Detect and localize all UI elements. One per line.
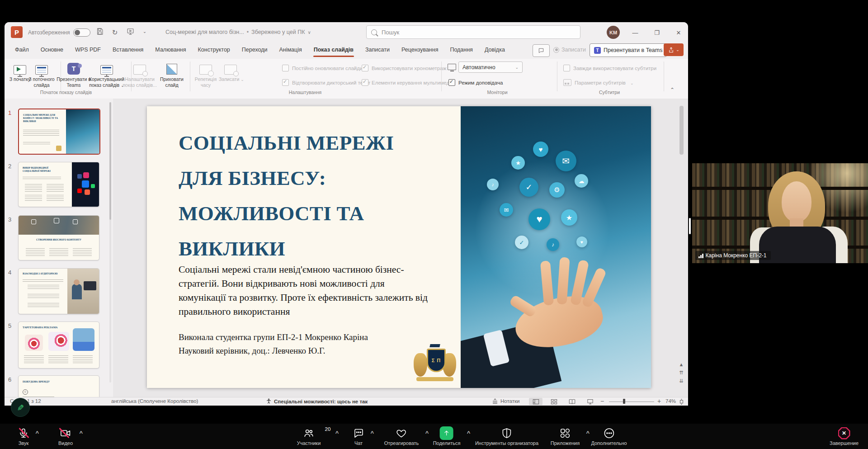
tab-slideshow[interactable]: Показ слайдів xyxy=(308,42,359,58)
comments-button[interactable] xyxy=(533,44,550,57)
notes-button[interactable]: Нотатки xyxy=(492,398,519,404)
social-bubble: ⚙ xyxy=(549,182,565,198)
chevron-up-icon[interactable]: ^ xyxy=(586,430,590,436)
thumbnail-slide-1[interactable]: СОЦІАЛЬНІ МЕРЕЖІ ДЛЯ БІЗНЕСУ: МОЖЛИВОСТІ… xyxy=(18,109,100,155)
video-control[interactable]: ^ Видео xyxy=(58,427,73,446)
checkbox-presenter-view[interactable]: Режим доповідача xyxy=(448,79,503,86)
thumbnail-slide-6[interactable]: ПОБУДОВА БРЕНДУ © xyxy=(18,375,99,397)
slide-canvas[interactable]: СОЦІАЛЬНІ МЕРЕЖІ ДЛЯ БІЗНЕСУ: МОЖЛИВОСТІ… xyxy=(147,106,651,388)
checkbox-keep-slides-updated[interactable]: Постійно оновлювати слайди xyxy=(282,65,363,71)
tab-view[interactable]: Подання xyxy=(444,42,478,58)
redo-icon[interactable]: ↻ xyxy=(109,28,120,37)
panel-drag-handle[interactable] xyxy=(689,218,691,234)
tab-animations[interactable]: Анімація xyxy=(273,42,307,58)
social-bubble: ✉ xyxy=(500,203,513,217)
zoom-out-button[interactable]: − xyxy=(600,397,604,405)
zoom-slider-thumb[interactable] xyxy=(623,399,625,404)
tab-record[interactable]: Записати xyxy=(359,42,396,58)
tab-home[interactable]: Основне xyxy=(35,42,69,58)
chat-control[interactable]: ^ Чат xyxy=(353,427,364,446)
thumbnail-slide-5[interactable]: ТАРГЕТОВАНА РЕКЛАМА xyxy=(18,321,99,369)
fit-to-window-button[interactable] xyxy=(676,398,686,405)
zoom-level[interactable]: 74% xyxy=(665,398,676,404)
chevron-up-icon[interactable]: ^ xyxy=(370,430,374,436)
end-meeting-control[interactable]: ✕ Завершение xyxy=(830,427,859,446)
hide-slide-button[interactable]: Приховати слайд xyxy=(157,61,187,88)
rehearse-timings-button[interactable]: Репетиція часу xyxy=(193,61,219,88)
zoom-slider-track[interactable] xyxy=(609,402,654,402)
tab-insert[interactable]: Вставлення xyxy=(107,42,149,58)
share-caret-icon: ⌄ xyxy=(676,47,679,52)
slide-sorter-view-button[interactable] xyxy=(547,398,561,405)
slide-body-text: Соціальні мережі стали невід'ємною части… xyxy=(179,263,432,319)
group-label-monitors: Монітори xyxy=(448,90,547,95)
thumbnail-slide-2[interactable]: ВИБІР ВІДПОВІДНОЇ СОЦІАЛЬНОЇ МЕРЕЖІ xyxy=(18,162,99,207)
document-title[interactable]: Соц-мережі для малого бізн...Збережено у… xyxy=(165,29,311,35)
tab-draw[interactable]: Малювання xyxy=(149,42,192,58)
thumbnail-slide-4[interactable]: ВЗАЄМОДІЯ З АУДИТОРІЄЮ xyxy=(18,268,99,314)
checkbox-always-use-subtitles[interactable]: Завжди використовувати субтитри xyxy=(563,65,656,71)
reading-view-button[interactable] xyxy=(565,398,579,405)
zoom-in-button[interactable]: + xyxy=(657,397,661,405)
setup-slideshow-button[interactable]: Налаштувати показ слайдів... xyxy=(120,61,159,88)
slide-title: СОЦІАЛЬНІ МЕРЕЖІ ДЛЯ БІЗНЕСУ: МОЖЛИВОСТІ… xyxy=(179,125,443,266)
autosave-toggle[interactable] xyxy=(73,28,90,37)
language-selector[interactable]: англійська (Сполучене Королівство) xyxy=(111,398,198,404)
apps-control[interactable]: ^ Приложения xyxy=(551,427,580,446)
react-control[interactable]: ^ Отреагировать xyxy=(384,427,419,446)
record-button[interactable]: Записати xyxy=(553,47,586,53)
tab-design[interactable]: Конструктор xyxy=(192,42,236,58)
more-control[interactable]: Дополнительно xyxy=(591,427,627,446)
checkbox-media-controls[interactable]: Елементи керування мультимедіа xyxy=(362,79,453,86)
chevron-down-icon xyxy=(239,76,244,82)
present-in-teams-button[interactable]: T Презентувати в Teams xyxy=(590,43,667,57)
scroll-up-icon[interactable]: ▲ xyxy=(677,360,686,369)
chevron-up-icon[interactable]: ^ xyxy=(425,430,429,436)
quick-access-caret-icon[interactable]: ⌄ xyxy=(139,29,150,34)
accessibility-checker[interactable]: Спеціальні можливості: щось не так xyxy=(266,398,368,404)
checkbox-use-timings[interactable]: Використовувати хронометраж xyxy=(362,65,446,71)
tab-help[interactable]: Довідка xyxy=(479,42,511,58)
normal-view-button[interactable] xyxy=(529,398,542,405)
tab-transitions[interactable]: Переходи xyxy=(236,42,274,58)
editor-scrollbar[interactable] xyxy=(679,99,684,397)
record-slideshow-button[interactable]: Записати xyxy=(219,61,242,83)
host-tools-control[interactable]: Инструменты организатора xyxy=(475,427,538,446)
tab-wps-pdf[interactable]: WPS PDF xyxy=(69,42,107,58)
thumbnail-slide-3[interactable]: СТВОРЕННЯ ЯКІСНОГО КОНТЕНТУ xyxy=(18,215,99,260)
chevron-up-icon[interactable]: ^ xyxy=(467,430,471,436)
title-bar: P Автозбереження ↻ ⌄ Соц-мережі для мало… xyxy=(5,22,688,42)
share-button[interactable]: ⌄ xyxy=(664,43,684,56)
from-current-slide-button[interactable]: З поточного слайда xyxy=(27,61,57,88)
monitor-dropdown[interactable]: Автоматично ⌄ xyxy=(458,61,523,73)
checkbox-play-narrations[interactable]: Відтворювати дикторський текст xyxy=(282,79,370,86)
next-slide-icon[interactable]: ⇊ xyxy=(677,377,686,385)
participants-control[interactable]: 20 ^ Участники xyxy=(297,427,321,446)
audio-control[interactable]: ^ Звук xyxy=(18,427,29,446)
collapse-ribbon-icon[interactable]: ⌃ xyxy=(670,87,675,93)
search-box[interactable] xyxy=(366,25,580,39)
minimize-button[interactable]: — xyxy=(627,27,643,38)
start-presentation-icon[interactable] xyxy=(125,28,136,37)
subtitle-settings-button[interactable]: Параметри субтитрів xyxy=(563,79,633,86)
search-input[interactable] xyxy=(381,28,554,36)
tab-file[interactable]: Файл xyxy=(9,42,35,58)
webcam-video[interactable]: Каріна Мокренко ЕП-2-1 xyxy=(692,163,868,263)
chevron-up-icon[interactable]: ^ xyxy=(335,430,339,436)
share-screen-control[interactable]: ^ Поделиться xyxy=(433,427,461,446)
avatar[interactable]: KM xyxy=(607,26,620,39)
save-icon[interactable] xyxy=(94,28,105,37)
powerpoint-logo-icon[interactable]: P xyxy=(11,26,23,38)
thumbnail-scrollbar[interactable] xyxy=(109,102,111,383)
slide-nav-arrows[interactable]: ▲ ⇈ ⇊ xyxy=(677,360,686,385)
ribbon: З початку З поточного слайда T Презентув… xyxy=(5,59,688,99)
restore-button[interactable]: ❐ xyxy=(649,27,665,38)
close-button[interactable]: ✕ xyxy=(671,27,686,38)
chevron-up-icon[interactable]: ^ xyxy=(35,430,39,436)
tab-review[interactable]: Рецензування xyxy=(396,42,444,58)
share-screen-icon xyxy=(440,426,453,440)
slideshow-view-button[interactable] xyxy=(583,398,597,405)
annotation-tool-badge[interactable]: ✎ xyxy=(11,398,30,417)
chevron-up-icon[interactable]: ^ xyxy=(79,430,83,436)
previous-slide-icon[interactable]: ⇈ xyxy=(677,369,686,377)
